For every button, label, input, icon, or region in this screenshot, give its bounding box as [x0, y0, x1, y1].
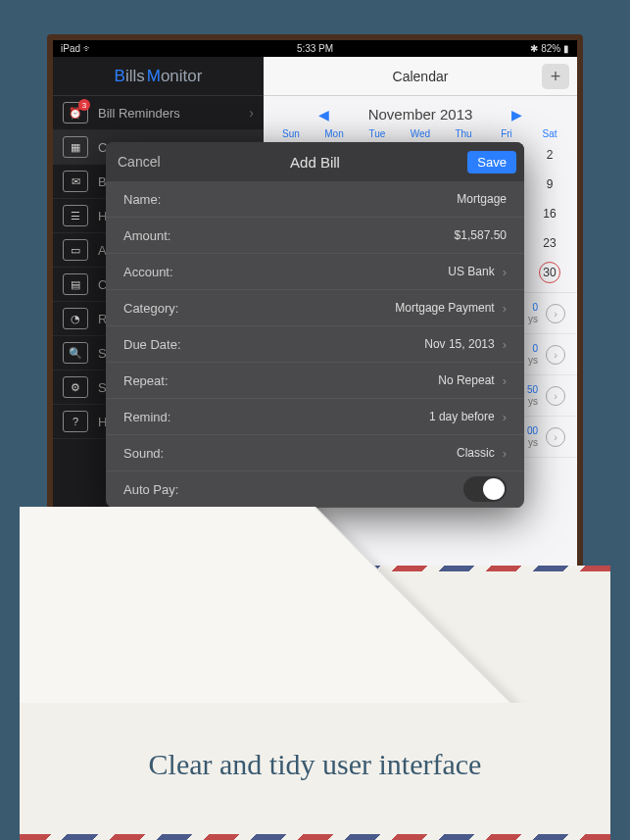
field-label: Repeat: — [123, 373, 169, 388]
save-button[interactable]: Save — [467, 151, 516, 173]
add-bill-modal: Cancel Add Bill Save Name: Mortgage Amou… — [106, 142, 524, 508]
badge: 3 — [78, 99, 90, 111]
field-label: Account: — [123, 265, 173, 279]
calendar-cell[interactable]: 9 — [528, 173, 571, 196]
field-label: Due Date: — [123, 337, 181, 352]
status-bar: iPad ᯤ 5:33 PM ✱ 82% ▮ — [53, 40, 577, 57]
field-value[interactable]: Classic — [457, 446, 495, 460]
field-value[interactable]: 1 day before — [429, 410, 495, 423]
form-row-repeat[interactable]: Repeat: No Repeat › — [106, 363, 524, 399]
sidebar-item-label: Bill Reminders — [98, 106, 180, 121]
calendar-nav: ◀ November 2013 ▶ — [264, 96, 577, 128]
sidebar-icon: ☰ — [63, 205, 88, 226]
field-label: Category: — [123, 301, 178, 316]
calendar-cell[interactable]: 16 — [528, 202, 571, 225]
prev-month-icon[interactable]: ◀ — [318, 107, 329, 123]
status-time: 5:33 PM — [53, 43, 577, 54]
autopay-row[interactable]: Auto Pay: — [106, 471, 524, 508]
calendar-title: Calendar — [393, 69, 449, 84]
add-button[interactable]: + — [542, 64, 569, 89]
sidebar-icon: ✉ — [63, 171, 88, 192]
field-value[interactable]: US Bank — [448, 265, 494, 278]
sidebar-icon: 🔍 — [63, 342, 88, 364]
sidebar-icon: ▤ — [63, 273, 88, 295]
form-row-account[interactable]: Account: US Bank › — [106, 254, 524, 290]
sidebar-icon: ⚙ — [63, 376, 88, 398]
field-value[interactable]: Nov 15, 2013 — [424, 337, 494, 351]
chevron-right-icon: › — [546, 345, 565, 365]
month-label: November 2013 — [368, 106, 473, 123]
autopay-toggle[interactable] — [463, 476, 507, 502]
field-value[interactable]: Mortgage — [457, 192, 507, 206]
sidebar-icon: ▭ — [63, 239, 88, 261]
sidebar-icon: ? — [63, 411, 88, 432]
calendar-header: Calendar + — [264, 57, 577, 96]
calendar-cell[interactable]: 2 — [528, 143, 571, 167]
chevron-right-icon: › — [503, 446, 507, 461]
modal-title: Add Bill — [290, 154, 340, 171]
sidebar-icon: ▦ — [63, 136, 88, 158]
chevron-right-icon: › — [503, 301, 507, 316]
chevron-right-icon: › — [503, 337, 507, 352]
form-row-sound[interactable]: Sound: Classic › — [106, 435, 524, 471]
cancel-button[interactable]: Cancel — [118, 154, 161, 170]
form-row-remind[interactable]: Remind: 1 day before › — [106, 399, 524, 435]
field-label: Sound: — [123, 446, 164, 461]
form-row-name[interactable]: Name: Mortgage — [106, 181, 524, 218]
tagline: Clear and tidy user interface — [0, 748, 630, 781]
calendar-cell[interactable]: 23 — [528, 231, 571, 255]
field-value[interactable]: $1,587.50 — [455, 228, 507, 242]
chevron-right-icon: › — [503, 410, 507, 424]
chevron-right-icon: › — [249, 105, 254, 121]
field-value[interactable]: No Repeat — [438, 373, 494, 387]
modal-header: Cancel Add Bill Save — [106, 142, 524, 181]
form-row-duedate[interactable]: Due Date: Nov 15, 2013 › — [106, 326, 524, 363]
field-label: Remind: — [123, 410, 170, 424]
day-headers: SunMonTueWedThuFriSat — [264, 128, 577, 143]
chevron-right-icon: › — [546, 386, 565, 406]
field-label: Amount: — [123, 228, 170, 243]
next-month-icon[interactable]: ▶ — [511, 107, 522, 123]
form-row-amount[interactable]: Amount: $1,587.50 — [106, 218, 524, 254]
chevron-right-icon: › — [546, 304, 565, 323]
calendar-cell[interactable]: 30 — [528, 261, 571, 284]
chevron-right-icon: › — [546, 427, 565, 447]
form-row-category[interactable]: Category: Mortgage Payment › — [106, 290, 524, 326]
sidebar-icon: ◔ — [63, 308, 88, 329]
field-label: Name: — [123, 192, 161, 207]
autopay-label: Auto Pay: — [123, 482, 178, 497]
field-value[interactable]: Mortgage Payment — [395, 301, 494, 315]
chevron-right-icon: › — [503, 373, 507, 388]
app-title: Bills Monitor — [53, 57, 264, 96]
sidebar-item-0[interactable]: ⏰ Bill Reminders › 3 — [53, 96, 264, 130]
chevron-right-icon: › — [503, 265, 507, 279]
